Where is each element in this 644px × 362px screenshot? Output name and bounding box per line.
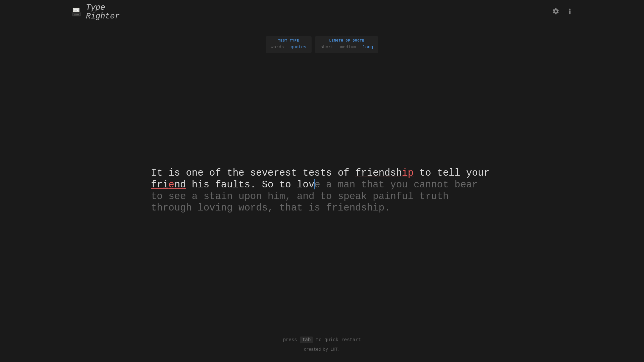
typing-area[interactable]: It is one of the severest tests of frien… bbox=[151, 168, 493, 214]
test-type-label: TEST TYPE bbox=[271, 39, 307, 43]
option-words[interactable]: words bbox=[271, 45, 284, 50]
svg-point-10 bbox=[75, 14, 76, 15]
quote-length-label: LENGTH OF QUOTE bbox=[320, 39, 373, 43]
svg-point-18 bbox=[78, 15, 78, 15]
svg-point-14 bbox=[74, 15, 75, 15]
quote-segment: his faults. So to lov bbox=[186, 179, 314, 190]
gear-icon[interactable] bbox=[552, 8, 559, 17]
quote-segment: It is one of the severest tests of bbox=[151, 168, 355, 179]
svg-point-12 bbox=[77, 14, 78, 15]
quote-length-panel: LENGTH OF QUOTE short medium long bbox=[315, 36, 378, 53]
svg-point-11 bbox=[76, 14, 77, 15]
quote-segment: nd bbox=[174, 179, 186, 190]
option-medium[interactable]: medium bbox=[340, 45, 356, 50]
svg-point-16 bbox=[76, 15, 77, 15]
header-icons bbox=[552, 8, 574, 17]
option-long[interactable]: long bbox=[363, 45, 373, 50]
author-link[interactable]: LHT bbox=[330, 347, 338, 352]
option-quotes[interactable]: quotes bbox=[291, 45, 307, 50]
quote-segment: friendsh bbox=[355, 168, 402, 179]
svg-point-13 bbox=[78, 14, 79, 15]
svg-point-9 bbox=[75, 14, 75, 15]
logo[interactable]: Type Righter bbox=[70, 3, 120, 21]
quote-length-options: short medium long bbox=[320, 45, 373, 50]
logo-text: Type Righter bbox=[86, 3, 120, 21]
info-icon[interactable] bbox=[566, 8, 574, 17]
footer: press tab to quick restart created by LH… bbox=[0, 337, 644, 352]
svg-rect-20 bbox=[569, 10, 571, 14]
tab-key-chip: tab bbox=[300, 337, 313, 343]
quote-segment: to tell your bbox=[414, 168, 489, 179]
svg-point-15 bbox=[75, 15, 76, 15]
svg-point-17 bbox=[77, 15, 77, 15]
quote-segment: fri bbox=[151, 179, 168, 190]
quote-segment: ip bbox=[402, 168, 414, 179]
test-type-panel: TEST TYPE words quotes bbox=[266, 36, 312, 53]
typewriter-icon bbox=[70, 6, 83, 18]
option-short[interactable]: short bbox=[320, 45, 333, 50]
credit: created by LHT. bbox=[0, 347, 644, 352]
header: Type Righter bbox=[0, 0, 644, 24]
controls: TEST TYPE words quotes LENGTH OF QUOTE s… bbox=[0, 36, 644, 53]
svg-point-19 bbox=[569, 8, 571, 10]
quote-segment: e bbox=[168, 179, 174, 190]
test-type-options: words quotes bbox=[271, 45, 307, 50]
svg-point-8 bbox=[74, 14, 74, 15]
restart-hint: press tab to quick restart bbox=[0, 337, 644, 343]
